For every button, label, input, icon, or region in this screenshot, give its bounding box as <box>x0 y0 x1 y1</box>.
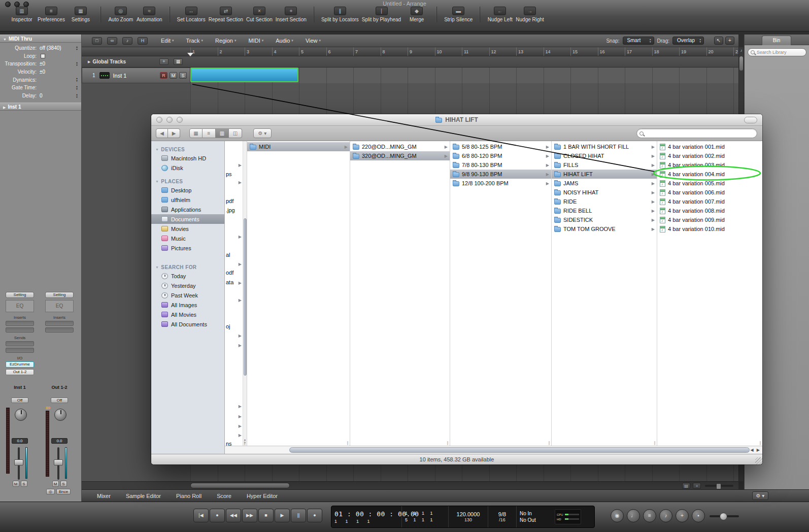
inspector-param-row[interactable]: Dynamics: ▲▼ <box>0 76 81 84</box>
finder-file-row[interactable]: 4 bar variation 006.mid <box>657 188 762 197</box>
toolbar-button[interactable]: ◎Auto Zoom <box>108 7 133 22</box>
stepper-icon[interactable]: ▲▼ <box>76 85 78 90</box>
global-track-button[interactable]: + <box>159 58 168 65</box>
hscroll-thumb[interactable] <box>190 483 290 488</box>
record-enable-button[interactable]: R <box>160 72 167 79</box>
vscroll-thumb[interactable] <box>244 218 247 376</box>
toolbar-button[interactable]: ←Nudge Left <box>487 7 513 22</box>
editor-tab[interactable]: Piano Roll <box>176 493 201 499</box>
param-value[interactable]: ±0 <box>40 61 45 66</box>
toolbar-button[interactable]: →Nudge Right <box>516 7 544 22</box>
toolbar-button[interactable]: ≡Preferences <box>38 7 65 22</box>
finder-folder-row[interactable]: 12/8 100-200 BPM▶ <box>450 179 551 188</box>
column-view-button[interactable]: ▥ <box>216 128 229 138</box>
solo-button[interactable]: S <box>60 481 67 487</box>
arrange-tool-button[interactable]: □ <box>92 37 102 45</box>
insert-slot[interactable] <box>6 321 34 326</box>
finder-folder-row[interactable]: HIHAT LIFT▶ <box>552 170 657 179</box>
sidebar-item[interactable]: Music <box>151 234 224 243</box>
bypass-button[interactable]: Off <box>11 397 28 403</box>
zoom-button[interactable]: + <box>693 483 701 489</box>
finder-titlebar[interactable]: HIHAT LIFT <box>151 114 762 126</box>
toolbar-button[interactable]: ∥Split by Locators <box>321 7 359 22</box>
transport-button[interactable]: |◀ <box>193 509 209 522</box>
clipped-filename[interactable]: al <box>226 252 230 258</box>
transport-button[interactable]: ● <box>307 509 322 522</box>
clipped-filename[interactable]: .jpg <box>226 207 235 213</box>
sidebar-item[interactable]: Documents <box>151 214 224 224</box>
editor-tab[interactable]: Mixer <box>97 493 111 499</box>
sidebar-item[interactable]: Desktop <box>151 185 224 195</box>
clipped-filename[interactable]: ns <box>226 441 232 446</box>
drag-select[interactable]: Overlap▲▼ <box>672 37 704 45</box>
finder-folder-row[interactable]: 1 BAR WITH SHORT FILL▶ <box>552 142 657 151</box>
arrange-menu[interactable]: View▾ <box>306 38 321 44</box>
track-mute-button[interactable]: M <box>170 72 177 79</box>
arrange-menu[interactable]: MIDI▾ <box>248 38 263 44</box>
transport-aux-button[interactable]: ♩ <box>627 509 640 522</box>
finder-search-field[interactable] <box>636 128 757 138</box>
finder-file-row[interactable]: 4 bar variation 002.mid <box>657 151 762 160</box>
output-slot[interactable]: Out 1-2 <box>6 369 34 375</box>
track-header[interactable]: 1 Inst 1 R M S <box>82 68 190 83</box>
zoom-button[interactable]: ▤ <box>682 483 690 489</box>
finder-folder-row[interactable]: 7/8 80-130 BPM▶ <box>450 160 551 170</box>
bar-position-display[interactable]: 1 1 1 1 <box>334 519 398 524</box>
finder-file-row[interactable]: 4 bar variation 001.mid <box>657 142 762 151</box>
transport-button[interactable]: ▶ <box>275 509 290 522</box>
arrange-menu[interactable]: Audio▾ <box>276 38 293 44</box>
left-locator[interactable]: 1 1 1 1 <box>405 510 445 517</box>
stepper-icon[interactable]: ▲▼ <box>76 46 78 51</box>
position-display[interactable]: 01 : 00 : 00 : 00.00 1 1 1 1 <box>331 506 401 527</box>
send-slot[interactable] <box>6 341 34 346</box>
mode-button[interactable]: ◎ <box>46 489 55 494</box>
forward-button[interactable]: ▶ <box>168 128 180 138</box>
devices-header[interactable]: ▼DEVICES <box>151 145 224 153</box>
arrange-menu[interactable]: Region▾ <box>215 38 236 44</box>
clipped-filename[interactable]: odf <box>226 270 233 276</box>
pan-knob[interactable] <box>54 409 66 421</box>
toolbar-button[interactable]: ▥Inspector <box>9 7 35 22</box>
inspector-param-row[interactable]: Quantize: off (3840) ▲▼ <box>0 44 81 52</box>
inspector-param-row[interactable]: Delay: 0 ▲▼ <box>0 92 81 100</box>
sidebar-item[interactable]: ulfhielm <box>151 195 224 205</box>
finder-folder-row[interactable]: FILLS▶ <box>552 160 657 170</box>
transport-button[interactable]: || <box>291 509 306 522</box>
bypass-button[interactable]: Off <box>51 397 68 403</box>
hscroll-thumb[interactable] <box>289 447 750 453</box>
track-lane[interactable] <box>190 68 738 83</box>
transport-button[interactable]: ▶▶ <box>242 509 257 522</box>
sidebar-item[interactable]: Yesterday <box>151 281 224 290</box>
inspector-param-row[interactable]: Gate Time: ▲▼ <box>0 84 81 92</box>
arrange-tool-button[interactable]: ♪ <box>122 37 132 45</box>
smpte-display[interactable]: 01 : 00 : 00 : 00.00 <box>334 510 398 518</box>
arrange-menu[interactable]: Track▾ <box>186 38 203 44</box>
finder-folder-row[interactable]: NOISY HIHAT▶ <box>552 188 657 197</box>
insert-slot[interactable] <box>6 327 34 332</box>
scroll-arrows[interactable]: ◀ ▶ <box>750 448 761 452</box>
loop-checkbox[interactable] <box>41 54 45 58</box>
inspector-param-row[interactable]: Velocity: ±0 ▲▼ <box>0 68 81 76</box>
toolbar-button[interactable]: |Split by Playhead <box>362 7 401 22</box>
action-menu-button[interactable]: ⚙ ▾ <box>253 128 272 138</box>
tab-bin[interactable]: Bin <box>762 36 791 45</box>
midi-region[interactable] <box>190 68 298 82</box>
clipped-filename[interactable]: oj <box>226 323 230 329</box>
toolbar-button[interactable]: ◆Merge <box>404 7 429 22</box>
finder-folder-row[interactable]: 320@OD...MING_GM▶ <box>350 151 450 160</box>
tempo-value[interactable]: 120.0000 <box>452 511 485 517</box>
vscroll-thumb[interactable] <box>739 56 743 71</box>
sidebar-item[interactable]: All Images <box>151 300 224 310</box>
inspector-param-row[interactable]: Loop: ▲▼ <box>0 52 81 60</box>
finder-folder-row[interactable]: 220@OD...MING_GM▶ <box>350 142 450 151</box>
track-solo-button[interactable]: S <box>179 72 187 79</box>
transport-aux-button[interactable]: ◉ <box>611 509 624 522</box>
channel-setting-button[interactable]: Setting <box>45 292 74 298</box>
sidebar-item[interactable]: Applications <box>151 205 224 214</box>
transport-aux-button[interactable]: + <box>676 509 689 522</box>
volume-fader[interactable] <box>6 447 34 480</box>
mute-button[interactable]: M <box>13 481 19 487</box>
sidebar-item[interactable]: Macintosh HD <box>151 153 224 163</box>
column-vscrollbar[interactable]: ▲▼ <box>243 141 247 446</box>
inst-header[interactable]: ▶Inst 1 <box>0 103 81 111</box>
